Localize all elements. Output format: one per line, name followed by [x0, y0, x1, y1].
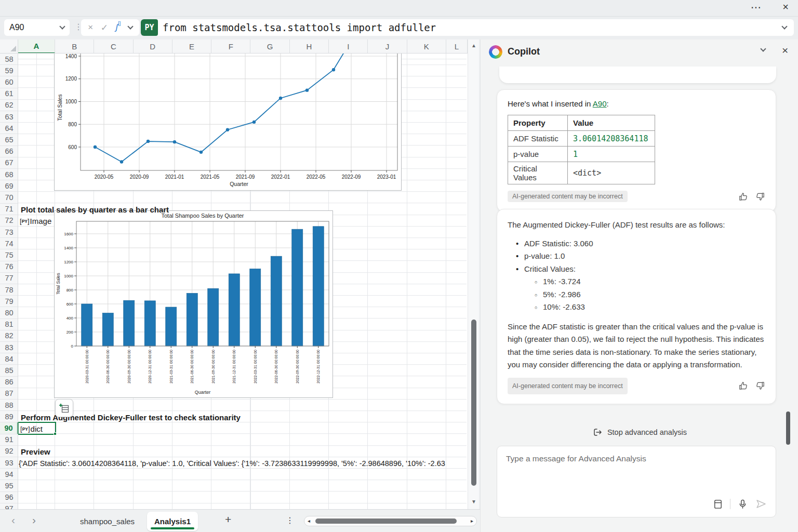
name-box[interactable]: A90: [4, 19, 70, 36]
row-header-66[interactable]: 66: [0, 146, 18, 157]
cell-a93[interactable]: {'ADF Statistic': 3.06014208364118, 'p-v…: [19, 458, 445, 469]
column-header-e[interactable]: E: [172, 39, 211, 54]
scroll-up-icon[interactable]: ▲: [468, 43, 480, 48]
copilot-message-input[interactable]: [497, 446, 776, 488]
sheet-list-icon[interactable]: ⋮: [286, 515, 294, 525]
thumbs-down-icon[interactable]: [755, 192, 765, 202]
window-more-icon[interactable]: ⋯: [751, 1, 762, 14]
sheet-tab-analysis1[interactable]: Analysis1: [147, 512, 198, 531]
cell-a89[interactable]: Perform Augmented Dickey-Fuller test to …: [21, 411, 241, 423]
row-header-69[interactable]: 69: [0, 180, 18, 192]
enter-icon[interactable]: ✓: [101, 22, 108, 33]
row-header-94[interactable]: 94: [0, 469, 18, 480]
add-sheet-button[interactable]: +: [221, 513, 235, 526]
row-header-78[interactable]: 78: [0, 284, 18, 296]
function-chevron-down-icon[interactable]: [127, 23, 133, 29]
row-header-88[interactable]: 88: [0, 400, 18, 411]
row-header-92[interactable]: 92: [0, 446, 18, 457]
scroll-down-icon[interactable]: ▼: [468, 499, 480, 504]
row-header-68[interactable]: 68: [0, 169, 18, 180]
thumbs-up-icon[interactable]: [738, 381, 748, 391]
row-header-59[interactable]: 59: [0, 65, 18, 76]
row-header-95[interactable]: 95: [0, 480, 18, 491]
row-header-73[interactable]: 73: [0, 227, 18, 238]
name-box-chevron-down-icon[interactable]: [59, 23, 65, 29]
cell-reference-link[interactable]: A90: [593, 99, 607, 108]
column-header-d[interactable]: D: [134, 39, 172, 54]
cell-a92[interactable]: Preview: [21, 446, 50, 457]
microphone-icon[interactable]: [737, 499, 748, 510]
row-header-77[interactable]: 77: [0, 273, 18, 284]
window-close-icon[interactable]: ×: [782, 1, 789, 13]
horizontal-scrollbar[interactable]: ◂ ▸: [304, 516, 477, 526]
row-header-85[interactable]: 85: [0, 365, 18, 376]
row-header-81[interactable]: 81: [0, 319, 18, 330]
column-header-j[interactable]: J: [368, 39, 407, 54]
sheet-tab-shampoo-sales[interactable]: shampoo_sales: [75, 510, 140, 532]
formula-input[interactable]: PY from statsmodels.tsa.stattools import…: [141, 19, 794, 36]
column-header-a[interactable]: A: [18, 39, 55, 54]
row-header-89[interactable]: 89: [0, 411, 18, 422]
row-header-60[interactable]: 60: [0, 76, 18, 88]
column-header-b[interactable]: B: [55, 39, 94, 54]
vertical-scrollbar-thumb[interactable]: [471, 320, 476, 486]
insert-data-button[interactable]: [55, 399, 73, 417]
copilot-collapse-chevron-icon[interactable]: [760, 46, 766, 51]
line-chart-object[interactable]: 2020-052020-092021-012021-052021-092022-…: [54, 54, 402, 191]
column-header-h[interactable]: H: [290, 39, 329, 54]
thumbs-down-icon[interactable]: [755, 381, 765, 391]
row-header-87[interactable]: 87: [0, 388, 18, 400]
next-sheet-icon[interactable]: ›: [32, 514, 36, 526]
row-header-84[interactable]: 84: [0, 353, 18, 365]
select-all-corner[interactable]: [0, 39, 18, 54]
column-header-l[interactable]: L: [446, 39, 468, 54]
row-header-58[interactable]: 58: [0, 54, 18, 65]
row-header-75[interactable]: 75: [0, 249, 18, 261]
cell-a71[interactable]: Plot total sales by quarter as a bar cha…: [21, 204, 169, 215]
row-header-97[interactable]: 97: [0, 503, 18, 509]
python-function-icon[interactable]: ʃ[]: [116, 23, 121, 32]
row-header-62[interactable]: 62: [0, 100, 18, 111]
vertical-scrollbar[interactable]: ▲ ▼: [468, 39, 479, 509]
row-header-72[interactable]: 72: [0, 215, 18, 227]
prev-sheet-icon[interactable]: ‹: [11, 514, 15, 526]
row-header-61[interactable]: 61: [0, 88, 18, 100]
active-cell-selection[interactable]: [18, 422, 56, 435]
bar-chart-object[interactable]: Total Shampoo Sales by Quarter0200400600…: [54, 210, 333, 398]
column-header-i[interactable]: I: [329, 39, 368, 54]
horizontal-scrollbar-thumb[interactable]: [315, 518, 457, 524]
cancel-icon[interactable]: ×: [88, 22, 93, 33]
formula-bar-expand-icon[interactable]: [781, 23, 787, 29]
row-header-67[interactable]: 67: [0, 157, 18, 169]
row-header-86[interactable]: 86: [0, 377, 18, 388]
notebook-icon[interactable]: [712, 499, 723, 510]
stop-advanced-analysis-button[interactable]: Stop advanced analysis: [481, 424, 798, 440]
thumbs-up-icon[interactable]: [738, 192, 748, 202]
row-header-91[interactable]: 91: [0, 434, 18, 446]
send-icon[interactable]: [755, 498, 767, 510]
cell-a72[interactable]: [PY]Image: [20, 215, 51, 227]
scroll-left-icon[interactable]: ◂: [308, 518, 310, 524]
row-header-76[interactable]: 76: [0, 261, 18, 273]
row-header-82[interactable]: 82: [0, 330, 18, 342]
row-header-65[interactable]: 65: [0, 134, 18, 145]
row-header-90[interactable]: 90: [0, 422, 18, 434]
row-header-83[interactable]: 83: [0, 342, 18, 353]
row-header-64[interactable]: 64: [0, 123, 18, 134]
column-header-g[interactable]: G: [251, 39, 290, 54]
row-header-96[interactable]: 96: [0, 492, 18, 503]
grid-area[interactable]: 2020-052020-092021-012021-052021-092022-…: [18, 54, 467, 509]
row-header-63[interactable]: 63: [0, 111, 18, 123]
scroll-right-icon[interactable]: ▸: [471, 518, 473, 524]
row-header-71[interactable]: 71: [0, 204, 18, 215]
copilot-close-icon[interactable]: ×: [782, 44, 788, 57]
fill-handle[interactable]: [54, 432, 57, 435]
row-header-74[interactable]: 74: [0, 238, 18, 249]
copilot-scrollbar-thumb[interactable]: [786, 411, 790, 445]
row-header-93[interactable]: 93: [0, 457, 18, 469]
column-header-k[interactable]: K: [407, 39, 446, 54]
row-header-70[interactable]: 70: [0, 192, 18, 203]
column-header-f[interactable]: F: [211, 39, 250, 54]
row-header-79[interactable]: 79: [0, 296, 18, 307]
column-header-c[interactable]: C: [94, 39, 133, 54]
